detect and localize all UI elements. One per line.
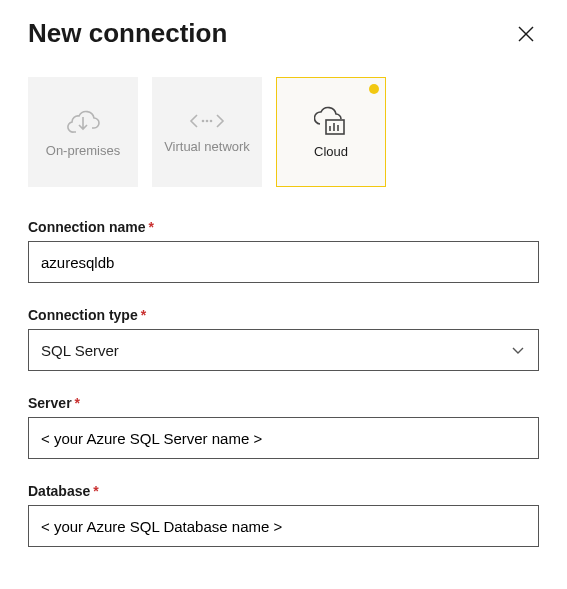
tile-label: Virtual network [164, 139, 250, 154]
svg-rect-5 [326, 120, 344, 134]
label-text: Database [28, 483, 90, 499]
close-icon [517, 25, 535, 43]
new-connection-dialog: New connection On-premises Virtual netwo [0, 0, 567, 575]
field-label: Connection type* [28, 307, 539, 323]
cloud-download-icon [65, 107, 101, 135]
field-label: Server* [28, 395, 539, 411]
close-button[interactable] [513, 21, 539, 47]
tile-label: On-premises [46, 143, 120, 158]
required-mark: * [93, 483, 98, 499]
cloud-chart-icon [314, 106, 348, 136]
server-input[interactable] [28, 417, 539, 459]
field-server: Server* [28, 395, 539, 459]
tile-label: Cloud [314, 144, 348, 159]
source-type-tiles: On-premises Virtual network Cloud [28, 77, 539, 187]
selected-badge-icon [369, 84, 379, 94]
field-connection-type: Connection type* SQL Server [28, 307, 539, 371]
connection-type-select[interactable]: SQL Server [28, 329, 539, 371]
dialog-header: New connection [28, 18, 539, 49]
field-connection-name: Connection name* [28, 219, 539, 283]
connection-name-input[interactable] [28, 241, 539, 283]
tile-on-premises[interactable]: On-premises [28, 77, 138, 187]
database-input[interactable] [28, 505, 539, 547]
tile-virtual-network[interactable]: Virtual network [152, 77, 262, 187]
required-mark: * [141, 307, 146, 323]
svg-point-2 [202, 119, 205, 122]
svg-point-4 [210, 119, 213, 122]
network-icon [189, 111, 225, 131]
field-database: Database* [28, 483, 539, 547]
label-text: Server [28, 395, 72, 411]
required-mark: * [148, 219, 153, 235]
label-text: Connection name [28, 219, 145, 235]
required-mark: * [75, 395, 80, 411]
svg-point-3 [206, 119, 209, 122]
field-label: Connection name* [28, 219, 539, 235]
dialog-title: New connection [28, 18, 227, 49]
label-text: Connection type [28, 307, 138, 323]
chevron-down-icon [510, 342, 526, 358]
field-label: Database* [28, 483, 539, 499]
select-value: SQL Server [41, 342, 119, 359]
tile-cloud[interactable]: Cloud [276, 77, 386, 187]
